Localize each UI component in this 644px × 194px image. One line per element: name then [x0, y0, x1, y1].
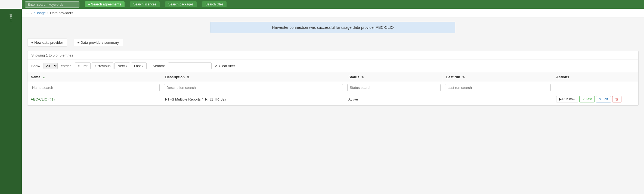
col-header-name[interactable]: Name ▲ [27, 72, 162, 82]
breadcrumb-current: Data providers [50, 11, 73, 15]
entries-label: entries [61, 64, 72, 68]
action-row: + New data provider ≡ Data providers sum… [27, 39, 639, 46]
row-description-cell: PTFS Multiple Reports (TR_J1 TR_J2) [162, 93, 345, 105]
name-search-input[interactable] [30, 84, 160, 91]
delete-button[interactable]: 🗑 [612, 96, 621, 102]
table-row: ABC-CLIO (#1) PTFS Multiple Reports (TR_… [27, 93, 638, 105]
run-now-button[interactable]: ▶ Run now [556, 96, 578, 102]
col-header-description[interactable]: Description ⇅ [162, 72, 345, 82]
circle-icon: ● [88, 2, 90, 6]
table-controls: Show 20 10 50 100 entries « First ‹ Prev… [27, 60, 638, 72]
name-search-cell [27, 82, 162, 93]
last-page-button[interactable]: Last » [131, 62, 147, 69]
col-header-lastrun[interactable]: Last run ⇅ [443, 72, 553, 82]
success-banner: Harvester connection was successful for … [210, 22, 455, 33]
nav-search-packages[interactable]: Search packages [165, 1, 197, 7]
table-search-input[interactable] [168, 62, 212, 69]
row-status-cell: Active [345, 93, 443, 105]
row-name-link[interactable]: ABC-CLIO (#1) [31, 97, 55, 101]
previous-page-button[interactable]: ‹ Previous [92, 62, 114, 69]
breadcrumb-sep-1: › [31, 11, 32, 15]
row-lastrun-cell [443, 93, 553, 105]
description-search-input[interactable] [164, 84, 343, 91]
first-page-button[interactable]: « First [75, 62, 91, 69]
nav-search-licences[interactable]: Search licences [130, 1, 160, 7]
global-search-input[interactable] [25, 1, 79, 8]
table-header-row: Name ▲ Description ⇅ Status ⇅ Last run [27, 72, 638, 82]
nav-search-agreements[interactable]: ● Search agreements [85, 1, 125, 7]
sort-up-icon: ▲ [42, 76, 45, 79]
actions-cell: ▶ Run now ✓ Test ✎ Edit [556, 96, 635, 102]
main-content: Harvester connection was successful for … [22, 17, 644, 110]
entries-select[interactable]: 20 10 50 100 [44, 63, 58, 69]
lastrun-search-cell [443, 82, 553, 93]
trash-icon: 🗑 [615, 97, 618, 101]
row-name-cell: ABC-CLIO (#1) [27, 93, 162, 105]
col-header-status[interactable]: Status ⇅ [345, 72, 443, 82]
lastrun-search-input[interactable] [445, 84, 550, 91]
breadcrumb-eusage[interactable]: eUsage [33, 11, 46, 15]
test-button[interactable]: ✓ Test [579, 96, 595, 102]
top-nav: ● Search agreements Search licences Sear… [22, 0, 644, 9]
play-icon: ▶ [559, 97, 562, 101]
description-search-cell [162, 82, 345, 93]
showing-info: Showing 1 to 5 of 5 entries [27, 51, 638, 60]
show-label: Show [31, 64, 40, 68]
sort-both-icon-lastrun: ⇅ [462, 76, 465, 79]
search-label: Search: [153, 64, 165, 68]
data-providers-table: Name ▲ Description ⇅ Status ⇅ Last run [27, 72, 638, 105]
row-actions-cell: ▶ Run now ✓ Test ✎ Edit [553, 93, 638, 105]
check-icon: ✓ [582, 97, 585, 101]
breadcrumb-partial: ... [26, 11, 29, 15]
table-container: Showing 1 to 5 of 5 entries Show 20 10 5… [27, 51, 639, 106]
edit-icon: ✎ [599, 97, 602, 101]
status-search-cell [345, 82, 443, 93]
table-search-row [27, 82, 638, 93]
col-header-actions: Actions [553, 72, 638, 82]
status-search-input[interactable] [347, 84, 441, 91]
next-page-button[interactable]: Next › [114, 62, 130, 69]
sidebar: ment [0, 9, 22, 110]
actions-search-cell [553, 82, 638, 93]
nav-search-titles[interactable]: Search titles [202, 1, 227, 7]
edit-button[interactable]: ✎ Edit [596, 96, 611, 102]
breadcrumb: ... › eUsage › Data providers [22, 9, 644, 17]
breadcrumb-sep-2: › [47, 11, 48, 15]
new-data-provider-button[interactable]: + New data provider [27, 39, 67, 46]
data-providers-summary-button[interactable]: ≡ Data providers summary [74, 39, 123, 46]
sort-both-icon-desc: ⇅ [187, 76, 189, 79]
clear-filter-button[interactable]: ✕ Clear filter [215, 64, 235, 68]
sidebar-label: ment [9, 14, 13, 21]
sort-both-icon-status: ⇅ [361, 76, 364, 79]
pagination: « First ‹ Previous Next › Last » [75, 62, 147, 69]
